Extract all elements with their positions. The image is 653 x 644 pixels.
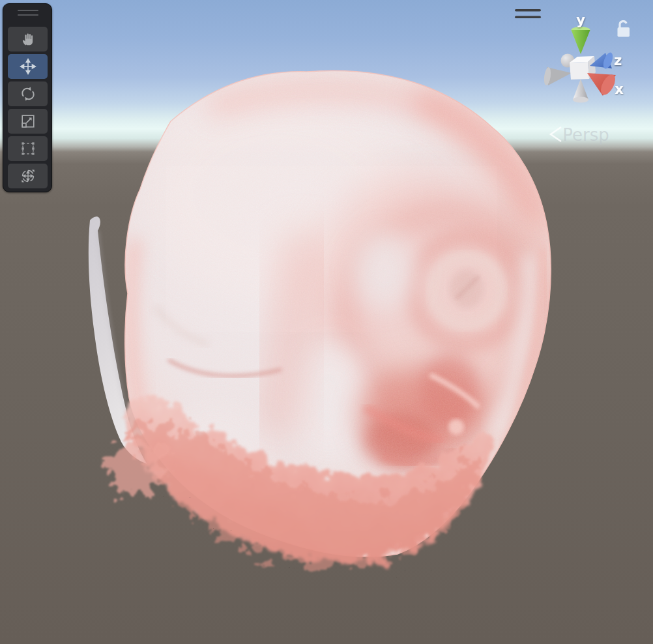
tools-overlay [3,3,52,192]
gizmo-neg-y-cone[interactable] [573,79,588,103]
drag-handle-icon[interactable] [18,10,38,11]
unlocked-padlock-icon[interactable] [618,22,630,37]
gizmo-y-label[interactable]: y [576,12,585,28]
tool-button-move[interactable] [8,54,48,79]
tool-button-scale[interactable] [8,109,48,134]
scale-icon [20,113,36,130]
gizmo-y-cone[interactable] [572,27,590,54]
tool-button-rotate[interactable] [8,81,48,106]
scene-orientation-gizmo[interactable]: y z x [543,12,624,103]
chevron-left-icon [551,127,561,141]
hand-icon [20,31,36,48]
gizmo-z-label[interactable]: z [614,53,622,68]
rotate-icon [20,85,36,102]
gizmo-neg-x-cone[interactable] [543,66,572,85]
drag-handle-icon[interactable] [18,14,38,16]
tool-button-view[interactable] [8,27,48,51]
gizmo-x-label[interactable]: x [615,81,624,97]
transform-icon [20,168,36,184]
scene-toolbar-handle[interactable] [515,9,541,18]
move-icon [20,58,36,75]
projection-indicator[interactable]: Persp [551,125,609,145]
tool-button-transform[interactable] [8,164,48,188]
projection-label: Persp [562,125,609,145]
head-volume-render [85,59,560,579]
scene-viewport[interactable]: y z x Persp [0,0,653,644]
rect-tool-icon [20,140,36,157]
scene-render: y z x Persp [0,0,653,644]
gizmo-x-cone[interactable] [587,72,618,97]
tool-button-rect[interactable] [8,136,48,161]
